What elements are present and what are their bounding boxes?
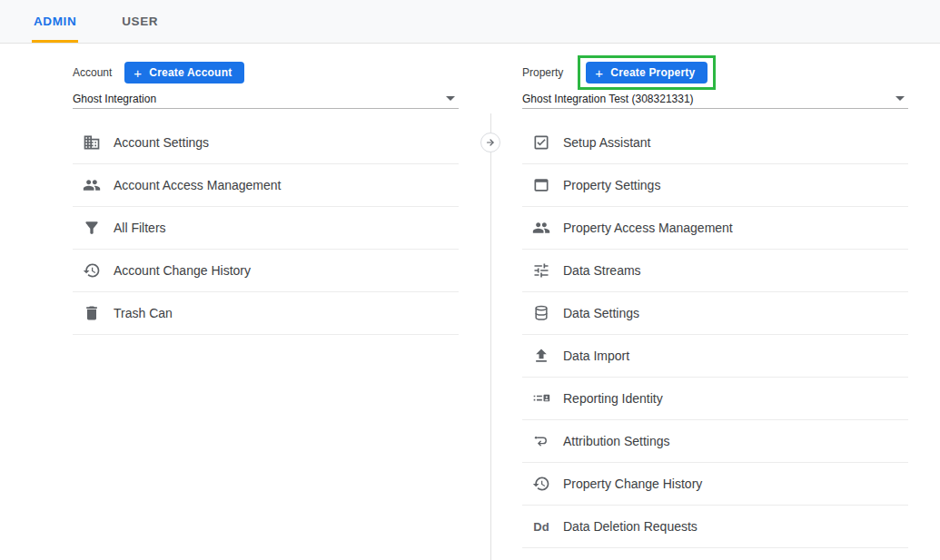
- people-icon: [531, 218, 551, 238]
- dd-text-icon: Dd: [531, 516, 551, 536]
- menu-item-label: Trash Can: [114, 306, 173, 320]
- people-icon: [82, 175, 102, 195]
- menu-item-property-settings[interactable]: Property Settings: [522, 164, 908, 207]
- history-icon: [531, 474, 551, 494]
- menu-item-label: Data Streams: [563, 263, 641, 278]
- setup-assistant-icon: [531, 133, 551, 152]
- database-icon: [531, 303, 551, 323]
- property-column: Property + Create Property Ghost Integra…: [522, 44, 908, 548]
- dropdown-caret-icon: [446, 96, 455, 101]
- upload-icon: [531, 346, 551, 366]
- property-selector-value: Ghost Integration Test (308321331): [522, 93, 694, 105]
- menu-item-account-access-management[interactable]: Account Access Management: [73, 164, 459, 207]
- business-icon: [82, 133, 102, 152]
- attribution-icon: [531, 431, 551, 451]
- menu-item-label: Property Access Management: [563, 221, 733, 235]
- account-menu: Account Settings Account Access Manageme…: [73, 122, 459, 335]
- account-column: Account + Create Account Ghost Integrati…: [73, 44, 459, 335]
- menu-item-data-settings[interactable]: Data Settings: [522, 292, 908, 335]
- create-property-button-label: Create Property: [610, 66, 695, 79]
- account-column-label: Account: [73, 66, 112, 79]
- property-column-label: Property: [522, 66, 563, 79]
- data-streams-icon: [531, 260, 551, 280]
- menu-item-property-access-management[interactable]: Property Access Management: [522, 207, 908, 250]
- account-header: Account + Create Account: [73, 62, 459, 84]
- collapse-column-button[interactable]: [480, 133, 500, 152]
- menu-item-data-import[interactable]: Data Import: [522, 335, 908, 378]
- menu-item-property-change-history[interactable]: Property Change History: [522, 463, 908, 506]
- menu-item-label: Property Change History: [563, 476, 702, 491]
- create-property-button[interactable]: + Create Property: [586, 62, 707, 84]
- plus-icon: +: [134, 66, 142, 80]
- menu-item-attribution-settings[interactable]: Attribution Settings: [522, 420, 908, 463]
- menu-item-label: Data Deletion Requests: [563, 519, 698, 534]
- tab-admin-label: ADMIN: [34, 15, 76, 28]
- arrow-right-icon: [485, 137, 496, 148]
- menu-item-label: Account Change History: [114, 263, 251, 278]
- menu-item-reporting-identity[interactable]: Reporting Identity: [522, 378, 908, 420]
- reporting-identity-icon: [531, 388, 551, 408]
- menu-item-all-filters[interactable]: All Filters: [73, 207, 459, 250]
- tab-bar: ADMIN USER: [0, 0, 940, 44]
- menu-item-label: All Filters: [114, 221, 166, 235]
- highlight-box: + Create Property: [578, 55, 716, 90]
- menu-item-label: Account Access Management: [114, 178, 281, 192]
- menu-item-label: Account Settings: [114, 135, 209, 150]
- menu-item-label: Attribution Settings: [563, 434, 670, 448]
- menu-item-label: Property Settings: [563, 178, 660, 192]
- menu-item-trash-can[interactable]: Trash Can: [73, 292, 459, 335]
- property-menu: Setup Assistant Property Settings Proper…: [522, 122, 908, 548]
- menu-item-label: Setup Assistant: [563, 135, 651, 150]
- menu-item-label: Reporting Identity: [563, 391, 663, 406]
- menu-item-data-deletion-requests[interactable]: Dd Data Deletion Requests: [522, 506, 908, 548]
- menu-item-account-change-history[interactable]: Account Change History: [73, 250, 459, 292]
- property-selector[interactable]: Ghost Integration Test (308321331): [522, 89, 908, 109]
- menu-item-setup-assistant[interactable]: Setup Assistant: [522, 122, 908, 164]
- column-divider: [490, 113, 491, 560]
- property-settings-icon: [531, 175, 551, 195]
- tab-user-label: USER: [122, 15, 158, 28]
- menu-item-data-streams[interactable]: Data Streams: [522, 250, 908, 292]
- tab-admin[interactable]: ADMIN: [32, 0, 78, 43]
- account-selector-value: Ghost Integration: [73, 93, 156, 105]
- filter-icon: [82, 218, 102, 238]
- create-account-button-label: Create Account: [149, 66, 232, 79]
- dropdown-caret-icon: [895, 96, 905, 101]
- account-selector[interactable]: Ghost Integration: [73, 89, 459, 109]
- menu-item-label: Data Import: [563, 349, 629, 363]
- plus-icon: +: [595, 66, 603, 80]
- property-header: Property + Create Property: [522, 62, 908, 84]
- menu-item-account-settings[interactable]: Account Settings: [73, 122, 459, 164]
- trash-icon: [82, 303, 102, 323]
- menu-item-label: Data Settings: [563, 306, 639, 320]
- create-account-button[interactable]: + Create Account: [124, 62, 244, 84]
- tab-user[interactable]: USER: [120, 0, 160, 43]
- history-icon: [82, 260, 102, 280]
